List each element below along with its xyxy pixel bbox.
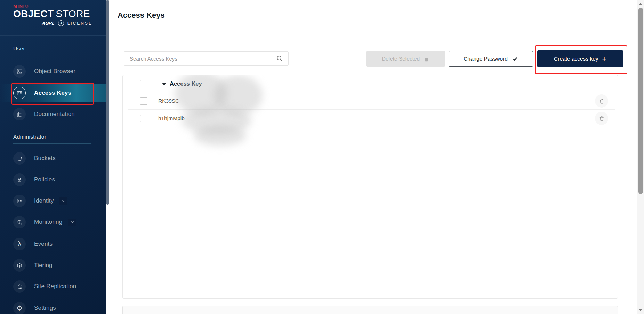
buckets-icon bbox=[13, 152, 26, 165]
row-checkbox[interactable] bbox=[140, 115, 147, 122]
minio-logo: MINIO OBJECTSTORE AGPL 3 LICENSE bbox=[13, 3, 92, 26]
sidebar-item-label: Documentation bbox=[34, 111, 75, 118]
object-browser-icon bbox=[13, 65, 26, 78]
sidebar-item-label: Monitoring bbox=[34, 219, 62, 226]
sidebar-item-label: Policies bbox=[34, 176, 55, 183]
sidebar-item-identity[interactable]: Identity bbox=[0, 192, 106, 210]
site-replication-icon bbox=[13, 280, 26, 293]
sidebar-item-documentation[interactable]: Documentation bbox=[0, 105, 106, 123]
trash-icon bbox=[598, 98, 605, 104]
product-name: OBJECTSTORE bbox=[13, 9, 92, 19]
identity-icon bbox=[13, 195, 26, 207]
sidebar-item-monitoring[interactable]: Monitoring bbox=[0, 213, 106, 231]
trash-icon bbox=[424, 56, 429, 62]
events-icon: λ bbox=[13, 238, 26, 250]
sidebar-item-site-replication[interactable]: Site Replication bbox=[0, 277, 106, 296]
select-all-checkbox[interactable] bbox=[140, 80, 147, 87]
sidebar-item-label: Events bbox=[34, 241, 53, 248]
delete-selected-button: Delete Selected bbox=[366, 51, 445, 67]
settings-icon: ⚙ bbox=[13, 302, 26, 314]
agpl-badge: AGPL bbox=[41, 21, 55, 26]
policies-icon bbox=[13, 173, 26, 186]
delete-row-button[interactable] bbox=[595, 94, 608, 108]
chevron-down-icon[interactable] bbox=[59, 197, 67, 205]
sidebar-scrollbar[interactable] bbox=[106, 0, 109, 314]
change-password-button[interactable]: Change Password bbox=[449, 51, 533, 67]
bottom-panel bbox=[122, 306, 618, 314]
page-title: Access Keys bbox=[118, 11, 165, 20]
license-label: LICENSE bbox=[67, 21, 92, 26]
tiering-icon bbox=[13, 259, 26, 272]
sidebar-item-label: Settings bbox=[34, 305, 56, 312]
sidebar-item-tiering[interactable]: Tiering bbox=[0, 256, 106, 274]
search-box bbox=[124, 51, 289, 66]
sidebar: MINIO OBJECTSTORE AGPL 3 LICENSE User Ob… bbox=[0, 0, 106, 314]
minio-brand: MINIO bbox=[13, 3, 92, 9]
page-scrollbar[interactable] bbox=[637, 0, 644, 314]
plus-icon: + bbox=[602, 55, 606, 63]
access-key-value: h1hjmMplb bbox=[158, 115, 185, 121]
sidebar-item-label: Site Replication bbox=[34, 283, 76, 290]
key-icon bbox=[512, 56, 518, 62]
chevron-down-icon[interactable] bbox=[68, 219, 76, 226]
sidebar-item-settings[interactable]: ⚙ Settings bbox=[0, 299, 106, 314]
search-input[interactable] bbox=[124, 56, 276, 62]
brand-min: MIN bbox=[13, 3, 23, 9]
sidebar-item-buckets[interactable]: Buckets bbox=[0, 149, 106, 167]
sidebar-scrollbar-thumb[interactable] bbox=[106, 0, 109, 205]
documentation-icon bbox=[13, 108, 26, 120]
sidebar-item-label: Buckets bbox=[34, 155, 56, 162]
scroll-down-arrow-icon[interactable] bbox=[639, 309, 642, 311]
access-keys-table: Access Key RK39SC h1hjmMplb bbox=[122, 75, 618, 299]
section-heading-administrator: Administrator bbox=[13, 134, 46, 140]
sidebar-item-label: Object Browser bbox=[34, 68, 75, 75]
sidebar-item-events[interactable]: λ Events bbox=[0, 235, 106, 253]
minio-console: MINIO OBJECTSTORE AGPL 3 LICENSE User Ob… bbox=[0, 0, 644, 314]
row-checkbox[interactable] bbox=[140, 97, 147, 105]
trash-icon bbox=[598, 115, 605, 122]
agpl-version-icon: 3 bbox=[58, 20, 64, 26]
section-divider bbox=[13, 56, 91, 56]
access-keys-icon bbox=[13, 87, 26, 99]
create-access-key-button[interactable]: Create access key + bbox=[537, 50, 623, 67]
brand-io: IO bbox=[23, 3, 29, 9]
sidebar-item-access-keys[interactable]: Access Keys bbox=[0, 84, 106, 102]
sidebar-item-policies[interactable]: Policies bbox=[0, 171, 106, 189]
header-divider bbox=[109, 36, 637, 36]
sidebar-item-object-browser[interactable]: Object Browser bbox=[0, 62, 106, 80]
section-divider bbox=[13, 143, 91, 144]
license-row: AGPL 3 LICENSE bbox=[13, 20, 92, 26]
monitoring-icon bbox=[13, 216, 26, 228]
logo-divider bbox=[0, 35, 106, 36]
sidebar-item-label: Identity bbox=[34, 197, 54, 204]
scroll-up-arrow-icon[interactable] bbox=[639, 3, 642, 5]
sort-caret-icon[interactable] bbox=[162, 83, 167, 85]
delete-row-button[interactable] bbox=[595, 112, 608, 125]
redaction-blur bbox=[194, 126, 246, 146]
search-icon bbox=[276, 55, 283, 62]
sidebar-item-label: Tiering bbox=[34, 262, 53, 269]
sidebar-item-label: Access Keys bbox=[34, 89, 71, 96]
section-heading-user: User bbox=[13, 46, 25, 52]
page-scrollbar-thumb[interactable] bbox=[638, 8, 643, 194]
